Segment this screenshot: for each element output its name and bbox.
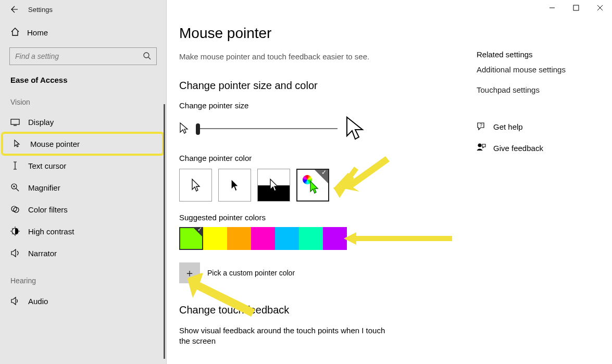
sidebar-item-mouse-pointer[interactable]: Mouse pointer	[2, 133, 163, 155]
sidebar-inner: Home Ease of Access Vision Display Mouse…	[0, 19, 166, 312]
pointer-size-slider[interactable]	[196, 128, 338, 129]
search-box[interactable]	[9, 47, 157, 65]
related-heading: Related settings	[477, 50, 591, 59]
pointer-size-label: Change pointer size	[179, 101, 460, 110]
page-subtitle: Make mouse pointer and touch feedback ea…	[179, 52, 460, 61]
svg-text:?: ?	[480, 122, 482, 128]
audio-icon	[10, 296, 20, 306]
titlebar: Settings	[0, 0, 166, 19]
sidebar-item-display[interactable]: Display	[0, 111, 166, 133]
svg-rect-6	[573, 5, 579, 10]
custom-color-row: ＋ Pick a custom pointer color	[179, 262, 460, 283]
svg-point-0	[144, 53, 149, 58]
section-size-color: Change pointer size and color	[179, 80, 460, 92]
related-settings: Related settings Additional mouse settin…	[477, 50, 591, 164]
sidebar-item-high-contrast[interactable]: High contrast	[0, 220, 166, 242]
cursor-black-icon	[230, 178, 240, 193]
magnifier-icon	[10, 183, 20, 192]
home-nav[interactable]: Home	[0, 24, 166, 45]
home-icon	[10, 27, 20, 38]
touch-feedback-description: Show visual feedback around the touch po…	[179, 325, 398, 347]
minimize-button[interactable]	[540, 0, 564, 16]
cursor-green-icon	[309, 180, 319, 195]
back-arrow-icon	[9, 5, 18, 14]
help-icon: ?	[477, 121, 486, 132]
cursor-inverted-icon	[269, 178, 279, 193]
sidebar-item-label: Magnifier	[28, 183, 60, 192]
section-touch: Change touch feedback	[179, 304, 460, 316]
color-swatch[interactable]	[179, 227, 203, 250]
home-label: Home	[27, 28, 48, 37]
pick-custom-color-button[interactable]: ＋	[179, 262, 200, 283]
sidebar-item-label: Text cursor	[28, 161, 66, 170]
back-button[interactable]	[8, 4, 19, 15]
get-help-label: Get help	[493, 122, 523, 131]
search-input[interactable]	[15, 52, 143, 60]
sidebar-item-label: High contrast	[28, 227, 74, 236]
sidebar-item-label: Display	[28, 118, 54, 127]
slider-thumb[interactable]	[196, 123, 200, 135]
color-swatch[interactable]	[299, 227, 323, 250]
pointer-color-white[interactable]	[179, 169, 212, 202]
color-swatch[interactable]	[251, 227, 275, 250]
sidebar-item-label: Color filters	[28, 205, 68, 214]
sidebar-item-color-filters[interactable]: Color filters	[0, 198, 166, 220]
plus-icon: ＋	[184, 266, 195, 280]
content-column: Mouse pointer Make mouse pointer and tou…	[179, 0, 460, 347]
sidebar-item-label: Narrator	[28, 249, 57, 258]
close-button[interactable]	[588, 0, 612, 16]
svg-rect-1	[11, 119, 19, 124]
suggested-colors-label: Suggested pointer colors	[179, 213, 460, 222]
main-content: Mouse pointer Make mouse pointer and tou…	[167, 0, 612, 364]
custom-color-label: Pick a custom pointer color	[207, 269, 295, 277]
selected-check-icon	[193, 227, 203, 237]
category-header: Ease of Access	[0, 73, 166, 94]
group-hearing: Hearing	[0, 264, 166, 290]
mouse-pointer-icon	[13, 139, 22, 148]
color-swatch[interactable]	[227, 227, 251, 250]
sidebar: Settings Home Ease of Access Vision Disp…	[0, 0, 167, 364]
maximize-button[interactable]	[564, 0, 588, 16]
link-additional-mouse-settings[interactable]: Additional mouse settings	[477, 65, 591, 74]
sidebar-item-text-cursor[interactable]: Text cursor	[0, 155, 166, 177]
group-vision: Vision	[0, 94, 166, 111]
text-cursor-icon	[10, 161, 20, 170]
sidebar-item-label: Audio	[28, 297, 48, 306]
narrator-icon	[10, 248, 20, 258]
cursor-white-icon	[191, 178, 201, 193]
get-help-link[interactable]: ? Get help	[477, 121, 591, 132]
window-title: Settings	[28, 6, 53, 14]
feedback-icon	[477, 143, 486, 154]
sidebar-item-audio[interactable]: Audio	[0, 290, 166, 312]
pointer-color-custom[interactable]	[296, 169, 329, 202]
svg-point-8	[478, 144, 481, 147]
pointer-color-options	[179, 169, 460, 202]
sidebar-item-magnifier[interactable]: Magnifier	[0, 177, 166, 198]
link-touchpad-settings[interactable]: Touchpad settings	[477, 85, 591, 94]
cursor-large-icon	[345, 116, 365, 141]
pointer-size-slider-row	[179, 116, 460, 141]
window-controls	[540, 0, 612, 16]
pointer-color-black[interactable]	[218, 169, 251, 202]
page-title: Mouse pointer	[179, 25, 460, 42]
color-swatch[interactable]	[323, 227, 347, 250]
suggested-color-swatches	[179, 227, 460, 250]
color-filters-icon	[10, 205, 20, 214]
pointer-color-inverted[interactable]	[257, 169, 290, 202]
search-icon	[143, 52, 151, 61]
color-swatch[interactable]	[275, 227, 299, 250]
sidebar-item-narrator[interactable]: Narrator	[0, 242, 166, 264]
high-contrast-icon	[10, 227, 20, 236]
give-feedback-label: Give feedback	[493, 144, 543, 153]
pointer-color-label: Change pointer color	[179, 154, 460, 162]
sidebar-scrollbar[interactable]	[164, 104, 165, 359]
sidebar-item-label: Mouse pointer	[30, 140, 80, 148]
display-icon	[10, 119, 20, 126]
settings-window: Settings Home Ease of Access Vision Disp…	[0, 0, 612, 364]
cursor-small-icon	[179, 122, 189, 135]
color-swatch[interactable]	[203, 227, 227, 250]
give-feedback-link[interactable]: Give feedback	[477, 143, 591, 154]
